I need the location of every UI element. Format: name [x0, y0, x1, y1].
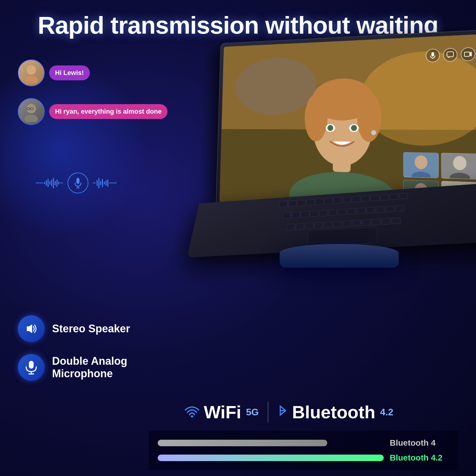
svg-point-46 — [191, 415, 193, 417]
key — [370, 195, 379, 201]
page-title: Rapid transmission without waiting — [0, 0, 476, 39]
key — [381, 218, 391, 225]
key — [333, 197, 342, 203]
comparison-section: Bluetooth 4 Bluetooth 4.2 — [149, 431, 458, 470]
key — [391, 217, 401, 224]
avatar-2 — [18, 98, 45, 125]
key — [361, 195, 370, 202]
key — [385, 206, 394, 212]
svg-rect-28 — [464, 52, 470, 57]
svg-marker-42 — [27, 324, 32, 333]
key — [324, 198, 333, 204]
waveform-mic-icon — [68, 173, 88, 193]
key — [314, 222, 322, 229]
chat-item-2: Hi ryan, everything is almost done — [18, 98, 143, 125]
microphone-icon-circle — [18, 354, 45, 381]
wifi-superscript: 5G — [246, 407, 259, 418]
chat-area: Hi Lewis! — [18, 60, 143, 134]
bluetooth-superscript: 4.2 — [380, 407, 393, 418]
key — [305, 223, 314, 229]
key — [315, 198, 323, 205]
mic-ctrl-btn[interactable] — [426, 48, 440, 62]
key — [362, 219, 371, 226]
key — [292, 212, 300, 218]
key — [372, 218, 381, 225]
speaker-icon-circle — [18, 315, 45, 342]
key — [347, 208, 356, 214]
svg-rect-2 — [76, 178, 79, 184]
chat-ctrl-btn[interactable] — [443, 48, 458, 62]
key — [328, 209, 337, 216]
chat-bubble-2: Hi ryan, everything is almost done — [49, 104, 167, 119]
key — [338, 209, 347, 215]
chat-bubble-1: Hi Lewis! — [49, 65, 90, 80]
key — [389, 193, 398, 200]
key — [288, 201, 297, 207]
key — [286, 224, 295, 230]
key — [310, 210, 319, 217]
feature-microphone: Double AnalogMicrophone — [18, 354, 130, 381]
mic-area — [36, 173, 161, 193]
svg-point-24 — [371, 130, 376, 135]
bluetooth-label: Bluetooth — [292, 402, 375, 422]
key — [297, 200, 306, 206]
wifi-item: WiFi 5G — [184, 402, 259, 422]
key — [380, 194, 389, 201]
bluetooth-item: Bluetooth 4.2 — [277, 402, 393, 422]
svg-point-0 — [26, 65, 36, 75]
key — [319, 210, 328, 216]
key — [333, 221, 342, 228]
waveform-left — [36, 178, 63, 188]
connectivity-bar: WiFi 5G Bluetooth 4.2 — [119, 402, 458, 422]
key — [395, 205, 405, 211]
key — [342, 197, 351, 203]
bar-fill-1 — [158, 440, 327, 446]
key — [366, 207, 375, 213]
bar-label-1: Bluetooth 4 — [390, 438, 449, 448]
key — [295, 223, 304, 230]
svg-rect-27 — [447, 52, 453, 57]
svg-rect-25 — [431, 52, 434, 57]
key — [343, 220, 351, 227]
feature-stereo-speaker: Stereo Speaker — [18, 315, 130, 342]
screen-controls — [426, 47, 475, 62]
svg-rect-43 — [29, 361, 34, 369]
key — [323, 221, 332, 228]
features-list: Stereo Speaker Double AnalogMicrophone — [18, 315, 130, 381]
thumb-1 — [403, 152, 439, 178]
chat-item-1: Hi Lewis! — [18, 60, 143, 86]
key — [279, 201, 288, 207]
key — [301, 211, 309, 217]
bar-row-1: Bluetooth 4 — [158, 438, 449, 448]
bar-fill-2 — [158, 455, 384, 461]
laptop — [190, 36, 476, 259]
microphone-label: Double AnalogMicrophone — [52, 355, 127, 380]
key — [357, 207, 366, 214]
svg-marker-29 — [470, 51, 472, 57]
conn-divider — [268, 402, 268, 422]
key — [376, 206, 385, 213]
key — [399, 193, 408, 199]
thumb-2 — [441, 153, 476, 179]
wifi-icon — [184, 404, 200, 420]
laptop-platform — [280, 244, 399, 268]
video-ctrl-btn[interactable] — [461, 47, 476, 61]
key — [352, 196, 360, 202]
svg-point-1 — [25, 76, 38, 83]
bar-row-2: Bluetooth 4.2 — [158, 453, 449, 463]
key — [282, 212, 291, 219]
key — [306, 199, 314, 206]
avatar-1 — [18, 60, 45, 86]
bar-track-1 — [158, 440, 384, 446]
key — [352, 220, 361, 226]
stereo-speaker-label: Stereo Speaker — [52, 322, 130, 335]
bar-label-2: Bluetooth 4.2 — [390, 453, 449, 463]
wifi-label: WiFi — [204, 402, 241, 422]
svg-point-6 — [25, 115, 38, 122]
svg-point-5 — [26, 104, 36, 113]
bar-track-2 — [158, 455, 384, 461]
bluetooth-icon — [277, 403, 289, 421]
waveform-right — [93, 178, 117, 188]
